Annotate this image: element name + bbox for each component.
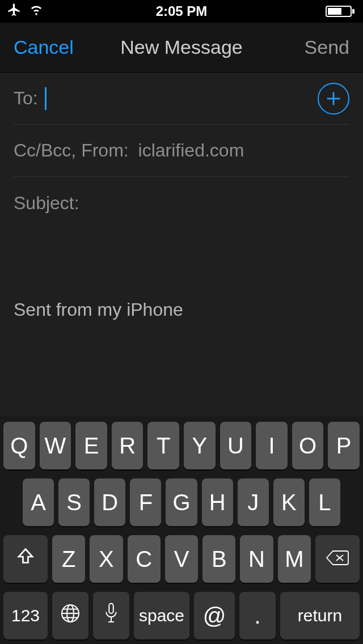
cancel-button[interactable]: Cancel	[14, 36, 74, 58]
message-body[interactable]: Sent from my iPhone	[0, 229, 363, 416]
key-q[interactable]: Q	[3, 422, 35, 469]
key-c[interactable]: C	[128, 535, 161, 583]
keyboard-row-3: ZXCVBNM	[3, 535, 360, 583]
key-dot[interactable]: .	[239, 592, 276, 639]
key-z[interactable]: Z	[52, 535, 85, 583]
keyboard-row-2: ASDFGHJKL	[3, 478, 360, 526]
mic-icon	[103, 602, 120, 630]
airplane-icon	[7, 2, 22, 20]
keyboard: QWERTYUIOP ASDFGHJKL ZXCVBNM 123 space @…	[0, 416, 363, 644]
subject-field[interactable]: Subject:	[14, 177, 349, 229]
keyboard-row-1: QWERTYUIOP	[3, 422, 360, 469]
key-n[interactable]: N	[240, 535, 273, 583]
nav-bar: Cancel New Message Send	[0, 23, 363, 73]
key-u[interactable]: U	[220, 422, 252, 469]
key-v[interactable]: V	[165, 535, 198, 583]
battery-icon	[326, 5, 356, 18]
signature-text: Sent from my iPhone	[14, 299, 349, 320]
status-left	[7, 2, 44, 20]
svg-rect-10	[109, 603, 113, 613]
to-field[interactable]: To:	[14, 73, 349, 125]
key-b[interactable]: B	[202, 535, 235, 583]
key-s[interactable]: S	[58, 478, 90, 526]
key-t[interactable]: T	[147, 422, 179, 469]
send-button[interactable]: Send	[305, 36, 349, 58]
key-mic[interactable]	[93, 592, 129, 639]
add-contact-button[interactable]	[318, 83, 349, 115]
key-123[interactable]: 123	[3, 592, 48, 639]
backspace-icon	[325, 546, 350, 572]
key-w[interactable]: W	[40, 422, 71, 469]
key-m[interactable]: M	[278, 535, 311, 583]
key-i[interactable]: I	[256, 422, 288, 469]
compose-fields: To: Cc/Bcc, From: iclarified.com Subject…	[0, 73, 363, 229]
shift-icon	[15, 546, 36, 572]
keyboard-row-4: 123 space @ . return	[3, 592, 360, 639]
key-h[interactable]: H	[202, 478, 233, 526]
key-a[interactable]: A	[23, 478, 54, 526]
to-label: To:	[14, 88, 38, 109]
key-f[interactable]: F	[130, 478, 161, 526]
key-o[interactable]: O	[292, 422, 324, 469]
status-time: 2:05 PM	[0, 3, 363, 19]
status-right	[326, 5, 356, 18]
key-x[interactable]: X	[90, 535, 123, 583]
key-j[interactable]: J	[238, 478, 269, 526]
svg-rect-2	[352, 9, 354, 14]
key-p[interactable]: P	[328, 422, 360, 469]
key-g[interactable]: G	[166, 478, 197, 526]
key-space[interactable]: space	[134, 592, 189, 639]
key-shift[interactable]	[3, 535, 48, 583]
text-cursor	[45, 87, 47, 110]
key-r[interactable]: R	[112, 422, 143, 469]
subject-label: Subject:	[14, 193, 79, 214]
key-y[interactable]: Y	[184, 422, 216, 469]
key-e[interactable]: E	[75, 422, 107, 469]
key-globe[interactable]	[52, 592, 88, 639]
ccbcc-from-field[interactable]: Cc/Bcc, From: iclarified.com	[14, 125, 349, 177]
from-value: iclarified.com	[138, 140, 244, 161]
key-k[interactable]: K	[273, 478, 305, 526]
key-d[interactable]: D	[94, 478, 125, 526]
key-return[interactable]: return	[280, 592, 360, 639]
key-at[interactable]: @	[194, 592, 235, 639]
ccbcc-label: Cc/Bcc, From:	[14, 140, 129, 161]
key-l[interactable]: L	[309, 478, 340, 526]
key-backspace[interactable]	[315, 535, 360, 583]
svg-rect-1	[328, 8, 341, 15]
wifi-icon	[28, 3, 44, 19]
status-bar: 2:05 PM	[0, 0, 363, 23]
compose-screen: 2:05 PM Cancel New Message Send To: Cc/B…	[0, 0, 363, 644]
globe-icon	[60, 603, 81, 629]
